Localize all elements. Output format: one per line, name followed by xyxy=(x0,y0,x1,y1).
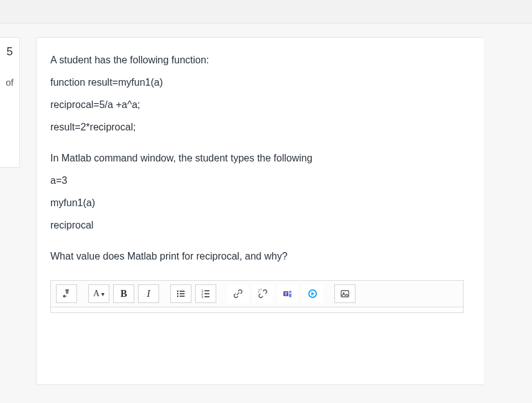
link-button[interactable] xyxy=(227,284,249,303)
question-text-block: A student has the following function: fu… xyxy=(50,53,464,264)
teams-button[interactable]: T xyxy=(277,284,298,303)
svg-rect-1 xyxy=(180,291,185,292)
svg-rect-17 xyxy=(341,291,349,297)
question-prompt: What value does Matlab print for recipro… xyxy=(50,249,464,264)
command-line-2: myfun1(a) xyxy=(50,196,464,211)
paragraph-direction-button[interactable] xyxy=(56,284,77,303)
svg-rect-3 xyxy=(180,293,185,294)
svg-point-0 xyxy=(177,291,178,292)
teams-icon: T xyxy=(283,289,293,299)
record-icon xyxy=(308,289,318,299)
code-line-1: function result=myfun1(a) xyxy=(50,75,464,90)
question-sidebar: 5 of xyxy=(0,37,20,168)
record-button[interactable] xyxy=(302,284,323,303)
code-line-2: reciprocal=5/a +a^a; xyxy=(50,97,464,112)
italic-icon-label: I xyxy=(147,288,150,299)
question-number: 5 xyxy=(0,38,19,77)
editor-content-area[interactable] xyxy=(51,307,463,312)
question-intro: A student has the following function: xyxy=(50,53,464,68)
question-panel: A student has the following function: fu… xyxy=(36,37,484,385)
bold-button[interactable]: B xyxy=(113,284,134,303)
paragraph-icon xyxy=(62,289,71,299)
command-intro: In Matlab command window, the student ty… xyxy=(50,151,464,166)
svg-rect-9 xyxy=(204,293,209,294)
font-style-button[interactable]: A ▾ xyxy=(88,284,109,303)
svg-point-2 xyxy=(177,293,178,294)
svg-rect-5 xyxy=(180,296,185,297)
svg-point-4 xyxy=(177,296,178,297)
numbered-list-icon: 1 2 3 xyxy=(201,289,211,299)
command-line-3: reciprocal xyxy=(50,218,464,233)
unlink-button[interactable] xyxy=(252,284,273,303)
of-label: of xyxy=(0,77,19,88)
font-icon-label: A xyxy=(93,289,99,299)
numbered-list-button[interactable]: 1 2 3 xyxy=(195,284,216,303)
svg-text:T: T xyxy=(285,292,288,296)
bullet-list-button[interactable] xyxy=(170,284,191,303)
page-header-strip xyxy=(0,0,532,24)
unlink-icon xyxy=(258,289,268,299)
bullet-list-icon xyxy=(176,289,186,299)
italic-button[interactable]: I xyxy=(138,284,159,303)
svg-rect-7 xyxy=(204,291,209,292)
svg-text:3: 3 xyxy=(201,295,203,299)
image-icon xyxy=(340,289,350,299)
chevron-down-icon: ▾ xyxy=(101,291,104,297)
bold-icon-label: B xyxy=(121,288,127,299)
editor-toolbar: A ▾ B I 1 2 3 xyxy=(51,281,463,307)
code-line-3: result=2*reciprocal; xyxy=(50,120,464,135)
command-line-1: a=3 xyxy=(50,173,464,188)
svg-point-14 xyxy=(289,291,291,293)
answer-editor: A ▾ B I 1 2 3 xyxy=(50,280,464,313)
svg-rect-11 xyxy=(204,296,209,297)
link-icon xyxy=(233,289,243,299)
svg-marker-16 xyxy=(311,292,314,296)
insert-image-button[interactable] xyxy=(334,284,355,303)
